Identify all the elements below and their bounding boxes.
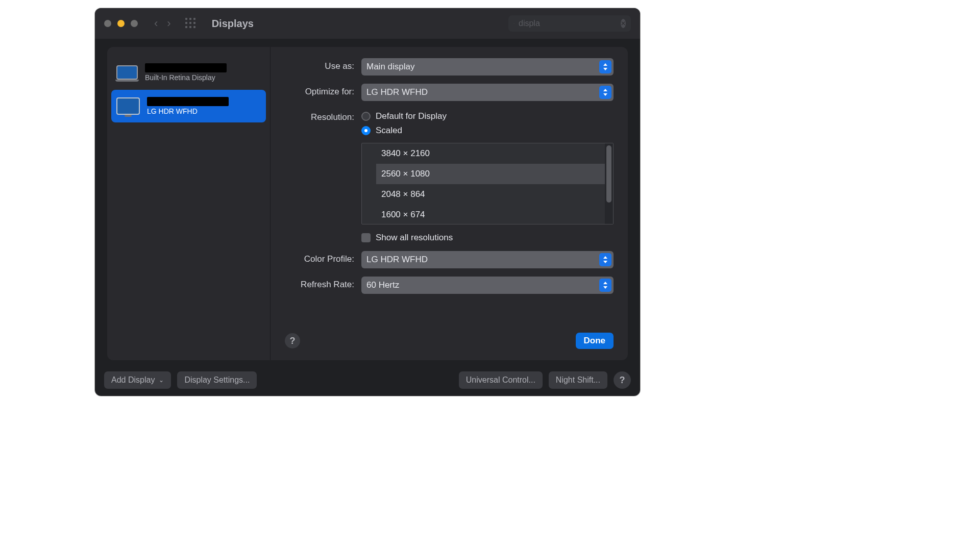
resolution-option[interactable]: 2048 × 864 [376, 184, 605, 205]
chevron-updown-icon [599, 279, 611, 292]
svg-point-0 [513, 23, 514, 23]
settings-content: Use as: Main display Optimize for: LG HD… [271, 47, 628, 360]
chevron-down-icon: ⌄ [159, 377, 164, 384]
back-button[interactable]: ‹ [154, 17, 158, 30]
display-subtitle: LG HDR WFHD [147, 107, 229, 115]
refresh-rate-popup[interactable]: 60 Hertz [361, 277, 614, 294]
resolution-option[interactable]: 1600 × 674 [376, 205, 605, 224]
sheet-help-button[interactable]: ? [285, 333, 300, 348]
history-nav: ‹ › [154, 17, 171, 30]
search-input[interactable] [519, 19, 621, 28]
show-all-resolutions-checkbox[interactable] [361, 233, 371, 242]
system-preferences-window: ‹ › Displays ✕ Built-In Retina Display [95, 8, 640, 396]
window-help-button[interactable]: ? [614, 371, 631, 389]
search-field[interactable]: ✕ [508, 15, 631, 32]
chevron-updown-icon [599, 86, 611, 99]
window-bottom-toolbar: Add Display ⌄ Display Settings... Univer… [104, 371, 631, 389]
chevron-updown-icon [599, 60, 611, 73]
scrollbar[interactable] [605, 143, 613, 224]
optimize-for-label: Optimize for: [285, 84, 361, 97]
chevron-updown-icon [599, 253, 611, 266]
resolution-scaled-radio[interactable]: Scaled [361, 123, 614, 138]
redacted-name [147, 97, 229, 106]
done-button[interactable]: Done [576, 333, 614, 349]
night-shift-button[interactable]: Night Shift... [549, 371, 607, 389]
minimize-window-button[interactable] [117, 20, 125, 27]
fullscreen-window-button[interactable] [131, 20, 138, 27]
use-as-popup[interactable]: Main display [361, 58, 614, 76]
show-all-prefs-icon[interactable] [185, 18, 197, 29]
scroll-thumb[interactable] [606, 145, 611, 203]
resolution-option[interactable]: 3840 × 2160 [376, 143, 605, 164]
optimize-for-popup[interactable]: LG HDR WFHD [361, 84, 614, 101]
sidebar-display-builtin[interactable]: Built-In Retina Display [111, 56, 266, 89]
pane-title: Displays [212, 18, 254, 30]
svg-line-1 [514, 23, 514, 24]
search-icon [513, 19, 514, 28]
toolbar: ‹ › Displays ✕ [95, 8, 640, 39]
forward-button[interactable]: › [167, 17, 170, 30]
refresh-rate-value: 60 Hertz [366, 280, 399, 290]
use-as-label: Use as: [285, 58, 361, 71]
use-as-value: Main display [366, 62, 415, 72]
scaled-resolution-list: 3840 × 2160 2560 × 1080 2048 × 864 1600 … [361, 143, 614, 224]
resolution-default-radio[interactable]: Default for Display [361, 109, 614, 123]
resolution-option[interactable]: 2560 × 1080 [376, 164, 605, 184]
redacted-name [145, 63, 227, 72]
color-profile-label: Color Profile: [285, 251, 361, 264]
sidebar-display-external[interactable]: LG HDR WFHD [111, 90, 266, 122]
color-profile-popup[interactable]: LG HDR WFHD [361, 251, 614, 268]
monitor-display-icon [116, 97, 140, 115]
color-profile-value: LG HDR WFHD [366, 255, 428, 265]
optimize-for-value: LG HDR WFHD [366, 87, 428, 97]
display-settings-sheet: Built-In Retina Display LG HDR WFHD Use … [107, 47, 628, 360]
laptop-display-icon [116, 65, 138, 80]
universal-control-button[interactable]: Universal Control... [459, 371, 543, 389]
traffic-lights [104, 20, 138, 27]
display-subtitle: Built-In Retina Display [145, 73, 227, 82]
display-settings-button[interactable]: Display Settings... [177, 371, 257, 389]
show-all-resolutions-label: Show all resolutions [376, 233, 453, 243]
close-window-button[interactable] [104, 20, 111, 27]
add-display-button[interactable]: Add Display ⌄ [104, 371, 171, 389]
radio-off-icon [361, 112, 371, 121]
resolution-label: Resolution: [285, 109, 361, 122]
clear-search-icon[interactable]: ✕ [621, 19, 626, 28]
refresh-rate-label: Refresh Rate: [285, 277, 361, 290]
display-sidebar: Built-In Retina Display LG HDR WFHD [107, 47, 271, 360]
radio-on-icon [361, 126, 371, 135]
